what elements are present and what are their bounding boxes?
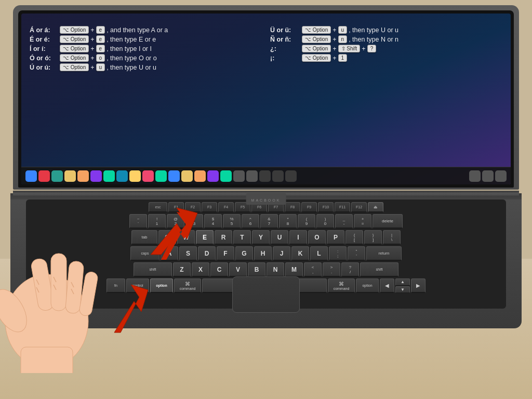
key-w[interactable]: W: [177, 230, 195, 245]
key-semicolon[interactable]: :;: [329, 246, 347, 261]
key-k[interactable]: K: [291, 246, 309, 261]
key-control[interactable]: control: [126, 278, 149, 293]
key-command-left[interactable]: ⌘command: [174, 278, 201, 293]
key-f1[interactable]: F1: [168, 202, 184, 212]
key-4[interactable]: $4: [204, 214, 222, 229]
key-f9[interactable]: F9: [301, 202, 317, 212]
key-b[interactable]: B: [248, 262, 265, 277]
key-f11[interactable]: F11: [335, 202, 350, 212]
kbd-option: ⌥ Option: [302, 45, 331, 52]
key-equals[interactable]: +=: [354, 214, 371, 229]
taskbar-icon: [194, 170, 206, 182]
key-tab[interactable]: tab: [131, 230, 157, 245]
key-j[interactable]: J: [273, 246, 290, 261]
key-f3[interactable]: F3: [202, 202, 217, 212]
shortcut-row-a: Á or á: ⌥ Option + e , and then type A o…: [30, 26, 262, 34]
key-power[interactable]: ⏏: [368, 202, 383, 212]
key-a[interactable]: A: [161, 246, 178, 261]
key-2[interactable]: @2: [167, 214, 184, 229]
key-arrow-up[interactable]: ▲: [395, 278, 410, 286]
shortcut-desc: , and then type A or a: [107, 26, 168, 34]
key-m[interactable]: M: [285, 262, 303, 277]
key-e[interactable]: E: [196, 230, 214, 245]
key-d[interactable]: D: [198, 246, 216, 261]
key-f2[interactable]: F2: [185, 202, 201, 212]
key-shift-left[interactable]: shift: [134, 262, 172, 277]
key-5[interactable]: %5: [223, 214, 241, 229]
key-x[interactable]: X: [192, 262, 209, 277]
shortcut-char: Ó or ó:: [30, 55, 58, 62]
shortcut-row-u: Ú or ú: ⌥ Option + u , then type U or u: [30, 63, 262, 71]
kbd-u: u: [338, 26, 348, 34]
key-arrow-right[interactable]: ▶: [411, 278, 425, 293]
macbook-text: MacBook: [251, 198, 281, 202]
key-command-right[interactable]: ⌘command: [328, 278, 355, 293]
key-lbracket[interactable]: {[: [345, 230, 363, 245]
key-arrow-down[interactable]: ▼: [395, 286, 410, 294]
key-delete[interactable]: delete: [373, 214, 403, 229]
key-return[interactable]: return: [366, 246, 402, 261]
key-3[interactable]: #3: [185, 214, 203, 229]
plus: +: [332, 36, 336, 43]
key-shift-right[interactable]: shift: [360, 262, 398, 277]
taskbar-icon: [233, 170, 245, 182]
key-0[interactable]: )0: [316, 214, 334, 229]
key-q[interactable]: Q: [158, 230, 176, 245]
shortcuts-left-col: Á or á: ⌥ Option + e , and then type A o…: [30, 24, 262, 165]
key-v[interactable]: V: [229, 262, 247, 277]
plus: +: [362, 45, 365, 52]
key-f12[interactable]: F12: [351, 202, 367, 212]
key-f10[interactable]: F10: [318, 202, 334, 212]
shortcut-row-i: Í or í: ⌥ Option + e , then type I or I: [30, 45, 262, 52]
plus: +: [90, 45, 94, 52]
key-f4[interactable]: F4: [218, 202, 234, 212]
key-t[interactable]: T: [233, 230, 251, 245]
key-slash[interactable]: ?/: [341, 262, 359, 277]
taskbar-icon: [246, 170, 258, 182]
shortcut-desc: , then type I or I: [107, 45, 152, 52]
key-caps[interactable]: caps: [130, 246, 159, 261]
key-l[interactable]: L: [310, 246, 328, 261]
trackpad[interactable]: [232, 276, 300, 313]
key-option-left[interactable]: option: [150, 278, 173, 293]
shortcut-row-inverted-q: ¿: ⌥ Option + ⇧ Shift + ?: [270, 45, 502, 52]
kbd-q: ?: [367, 45, 377, 52]
key-8[interactable]: *8: [279, 214, 297, 229]
key-1[interactable]: !1: [148, 214, 166, 229]
laptop-base: esc F1 F2 F3 F4 F5 F6 F7 F8 F9 F10 F11 F…: [10, 193, 522, 328]
key-z[interactable]: Z: [173, 262, 191, 277]
key-period[interactable]: >.: [323, 262, 340, 277]
key-r[interactable]: R: [215, 230, 232, 245]
key-p[interactable]: P: [327, 230, 344, 245]
key-n[interactable]: N: [267, 262, 284, 277]
kbd-e: e: [96, 45, 105, 52]
kbd-e: e: [96, 26, 105, 34]
key-esc[interactable]: esc: [149, 202, 167, 212]
key-rbracket[interactable]: }]: [364, 230, 382, 245]
key-c[interactable]: C: [210, 262, 228, 277]
kbd-shift: ⇧ Shift: [338, 45, 361, 52]
key-u[interactable]: U: [271, 230, 288, 245]
key-h[interactable]: H: [254, 246, 272, 261]
shortcut-char: Ú or ú:: [30, 64, 58, 71]
key-quote[interactable]: "': [348, 246, 365, 261]
key-s[interactable]: S: [179, 246, 197, 261]
key-9[interactable]: (9: [298, 214, 315, 229]
key-backslash[interactable]: |\: [383, 230, 401, 245]
key-option-right[interactable]: option: [356, 278, 379, 293]
key-6[interactable]: ^6: [242, 214, 259, 229]
key-y[interactable]: Y: [252, 230, 270, 245]
key-o[interactable]: O: [308, 230, 326, 245]
key-7[interactable]: &7: [260, 214, 278, 229]
key-arrow-up-down[interactable]: ▲ ▼: [395, 278, 410, 293]
key-i[interactable]: I: [289, 230, 307, 245]
key-arrow-left[interactable]: ◀: [380, 278, 394, 293]
qwerty-row: tab Q W E R T Y U I O P {[ }] |\: [29, 230, 503, 245]
key-comma[interactable]: <,: [304, 262, 322, 277]
key-backtick[interactable]: ~`: [129, 214, 147, 229]
key-g[interactable]: G: [235, 246, 253, 261]
key-minus[interactable]: _-: [335, 214, 353, 229]
key-f8[interactable]: F8: [285, 202, 300, 212]
key-f[interactable]: F: [217, 246, 234, 261]
key-fn[interactable]: fn: [107, 278, 125, 293]
